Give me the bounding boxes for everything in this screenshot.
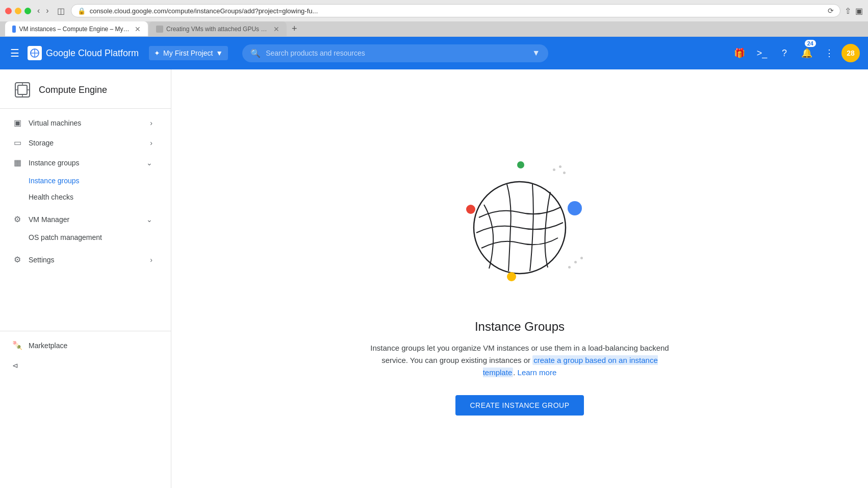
search-icon: 🔍 (250, 48, 261, 58)
tab-label-inactive: Creating VMs with attached GPUs | Comput… (166, 26, 268, 33)
search-expand-icon[interactable]: ▼ (532, 48, 540, 58)
refresh-icon[interactable]: ⟳ (828, 7, 834, 15)
sidebar-item-instance-groups-label: Instance groups (29, 159, 140, 167)
tab-active[interactable]: VM instances – Compute Engine – My First… (5, 21, 148, 36)
traffic-lights (5, 8, 31, 14)
close-window-button[interactable] (5, 8, 12, 14)
illustration-area (438, 146, 601, 309)
vm-manager-icon: ⚙ (12, 214, 22, 224)
tab-close-active[interactable]: ✕ (135, 25, 141, 33)
sidebar-item-vm-manager-label: VM Manager (29, 215, 140, 224)
fullscreen-window-button[interactable] (24, 8, 31, 14)
browser-toolbar: ‹ › ◫ 🔒 console.cloud.google.com/compute… (0, 0, 868, 21)
sidebar-sub-item-health-checks-label: Health checks (29, 193, 152, 201)
info-section: Instance Groups Instance groups let you … (367, 320, 673, 416)
deco-dot-5 (568, 266, 571, 269)
deco-dot-1 (559, 165, 561, 168)
compute-engine-icon (12, 80, 33, 100)
browser-chrome: ‹ › ◫ 🔒 console.cloud.google.com/compute… (0, 0, 868, 37)
collapse-icon: ⊲ (12, 361, 18, 370)
browser-actions: ⇧ ▣ (845, 6, 863, 16)
create-instance-group-button[interactable]: CREATE INSTANCE GROUP (455, 395, 583, 416)
project-name: My First Project (163, 49, 213, 57)
sidebar-item-marketplace[interactable]: 🍡 Marketplace (0, 335, 165, 355)
project-chevron-icon: ▼ (216, 49, 223, 57)
deco-dot-6 (580, 257, 583, 259)
sidebar-sub-item-health-checks[interactable]: Health checks (0, 189, 165, 205)
vm-chevron-icon: › (150, 119, 152, 127)
deco-dot-2 (553, 168, 555, 171)
sidebar-sub-item-os-patch[interactable]: OS patch management (0, 229, 165, 246)
deco-dot-3 (563, 172, 566, 174)
more-options-button[interactable]: ⋮ (819, 43, 839, 63)
header-actions: 🎁 >_ ? 🔔 24 ⋮ 28 (729, 43, 860, 63)
project-icon: ✦ (154, 49, 160, 57)
gcp-logo-svg (30, 48, 40, 58)
forward-button[interactable]: › (44, 5, 50, 16)
hamburger-menu-button[interactable]: ☰ (8, 45, 21, 61)
tab-favicon-active (12, 26, 16, 33)
sidebar-collapse-button[interactable]: ⊲ (0, 355, 171, 376)
green-dot (517, 161, 524, 168)
storage-chevron-icon: › (150, 139, 152, 147)
minimize-window-button[interactable] (15, 8, 21, 14)
gcp-logo-text: Google Cloud Platform (46, 48, 139, 59)
sidebar-item-vm-label: Virtual machines (29, 119, 144, 127)
info-desc: Instance groups let you organize VM inst… (367, 342, 673, 379)
search-bar[interactable]: 🔍 ▼ (242, 44, 548, 62)
search-input[interactable] (266, 49, 527, 57)
learn-more-link[interactable]: Learn more (518, 368, 557, 377)
info-title: Instance Groups (367, 320, 673, 334)
notifications-badge: 24 (805, 40, 816, 47)
project-selector[interactable]: ✦ My First Project ▼ (149, 46, 228, 60)
deco-dot-4 (574, 261, 577, 263)
address-bar[interactable]: 🔒 console.cloud.google.com/compute/insta… (71, 4, 840, 17)
tab-close-inactive[interactable]: ✕ (273, 25, 279, 33)
new-tab-button[interactable]: + (288, 21, 301, 36)
sidebar-item-settings-label: Settings (29, 256, 144, 264)
compute-engine-svg (13, 81, 32, 99)
share-icon[interactable]: ⇧ (845, 6, 851, 16)
gift-button[interactable]: 🎁 (729, 43, 750, 63)
sidebar-divider-bottom (0, 331, 171, 331)
sidebar-sub-item-os-patch-label: OS patch management (29, 233, 152, 241)
terminal-button[interactable]: >_ (752, 43, 772, 63)
notifications-icon: 🔔 (801, 47, 812, 59)
zoom-icon[interactable]: ▣ (855, 6, 863, 16)
nav-buttons: ‹ › (35, 5, 51, 16)
globe-illustration (469, 177, 571, 279)
sidebar-toggle-button[interactable]: ◫ (55, 5, 67, 17)
sidebar-sub-item-instance-groups[interactable]: Instance groups (0, 173, 165, 189)
yellow-dot (507, 272, 516, 281)
sidebar-item-settings[interactable]: ⚙ Settings › (0, 250, 165, 270)
sidebar-item-vm-manager[interactable]: ⚙ VM Manager ⌄ (0, 209, 165, 229)
app-layout: Compute Engine ▣ Virtual machines › ▭ St… (0, 69, 868, 488)
vm-manager-chevron-icon: ⌄ (146, 215, 152, 224)
marketplace-icon: 🍡 (12, 340, 22, 350)
sidebar-title: Compute Engine (39, 85, 107, 95)
vm-icon: ▣ (12, 118, 22, 128)
sidebar-sub-item-instance-groups-label: Instance groups (29, 177, 152, 185)
browser-tabs: VM instances – Compute Engine – My First… (0, 21, 868, 36)
user-avatar-button[interactable]: 28 (841, 44, 860, 62)
sidebar-item-virtual-machines[interactable]: ▣ Virtual machines › (0, 113, 165, 133)
tab-inactive[interactable]: Creating VMs with attached GPUs | Comput… (149, 21, 287, 36)
lock-icon: 🔒 (78, 7, 86, 15)
url-text: console.cloud.google.com/compute/instanc… (90, 7, 824, 15)
app-header: ☰ Google Cloud Platform ✦ My First Proje… (0, 37, 868, 69)
red-dot (466, 205, 475, 214)
help-button[interactable]: ? (774, 43, 795, 63)
sidebar-item-storage[interactable]: ▭ Storage › (0, 133, 165, 153)
back-button[interactable]: ‹ (35, 5, 42, 16)
info-desc-part2: . (513, 368, 517, 377)
notifications-button[interactable]: 🔔 24 (797, 43, 817, 63)
sidebar-item-instance-groups-parent[interactable]: ▦ Instance groups ⌄ (0, 153, 165, 173)
sidebar-item-marketplace-label: Marketplace (29, 341, 152, 350)
sidebar-header: Compute Engine (0, 69, 171, 108)
settings-chevron-icon: › (150, 256, 152, 264)
sidebar-divider (0, 108, 171, 109)
avatar-count: 28 (847, 49, 855, 57)
instance-groups-chevron-icon: ⌄ (146, 159, 152, 167)
blue-dot (568, 201, 582, 215)
gcp-logo[interactable]: Google Cloud Platform (28, 46, 139, 60)
